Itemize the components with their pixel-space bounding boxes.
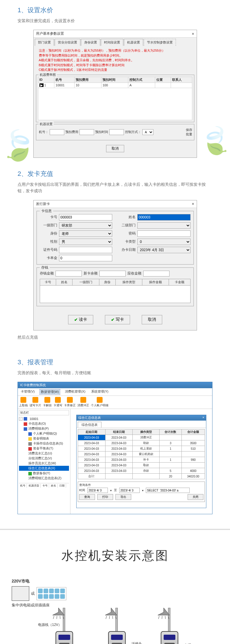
slot-label: 卡槽 (184, 643, 191, 644)
cancel-button[interactable]: 取消 (106, 145, 124, 152)
date-from-input[interactable] (87, 488, 108, 493)
settings-tab[interactable]: 时间段设置 (101, 39, 123, 46)
tree-item[interactable]: 卡操作综合信息表(S) (19, 441, 69, 446)
card-no-input[interactable] (59, 214, 112, 220)
supply-caption: 集中供电箱或排插插座 (12, 603, 218, 608)
tree-item[interactable]: 消费明细表(P) (19, 426, 69, 431)
name-input[interactable] (137, 214, 191, 220)
gender-select[interactable]: 男 (59, 239, 112, 245)
shower-icon (102, 608, 120, 621)
print-button[interactable]: 打印 (97, 494, 113, 500)
svg-line-6 (113, 616, 113, 619)
sub-tab[interactable]: 综合信息表 (78, 422, 101, 428)
batch-label[interactable]: 批量 (186, 132, 192, 136)
svg-line-8 (158, 616, 159, 619)
power-box-icon (12, 586, 29, 601)
tree-item[interactable]: 消费明细汇总信息表(Z) (19, 476, 69, 481)
close-button[interactable]: 关闭 (188, 494, 203, 500)
menu-item[interactable]: 数据管理(W) (39, 389, 60, 395)
close-icon[interactable]: × (192, 32, 194, 36)
subwin-title: 综合汇总信息表 (78, 416, 101, 420)
export-button[interactable]: 导出 (115, 494, 131, 500)
card-info-legend: 卡信息 (40, 209, 53, 214)
water-controller-icon (161, 631, 178, 644)
svg-line-7 (115, 616, 116, 619)
dept1-select[interactable]: 研发部 (59, 222, 112, 229)
tree-item[interactable]: 资金明细表 (19, 436, 69, 441)
settings-tab[interactable]: 部门设置 (35, 39, 54, 46)
password-input[interactable] (137, 230, 191, 237)
toolbar-item[interactable]: 卡通写 (53, 397, 62, 407)
tree-item[interactable]: 综合汇总信息表(X) (19, 466, 69, 471)
report-app-window: IC卡收费控制系统 卡管理(V)数据管理(W)消费机管理(X)系统管理(Y) 上… (18, 382, 212, 514)
save-label[interactable]: 保存 (186, 128, 192, 132)
toolbar-item[interactable]: 个人帐户明细 (91, 397, 108, 407)
svg-line-11 (168, 616, 169, 619)
power-label: 220V市电 (12, 579, 30, 583)
section1-sub: 安装和注册完成后，先设置水价 (18, 18, 212, 24)
menu-item[interactable]: 卡管理(V) (20, 389, 36, 395)
query-button[interactable]: 查询 (79, 494, 95, 500)
menu-item[interactable]: 消费机管理(X) (64, 389, 87, 395)
menu-item[interactable]: 系统管理(Y) (90, 389, 110, 395)
date-select[interactable]: 2023年 4月 3日 (137, 247, 191, 253)
svg-line-5 (109, 616, 110, 619)
ctrl-select[interactable]: A (142, 129, 153, 135)
card-dialog: 发行新卡 × 卡信息 卡号 姓名 一级部门研发部 二级部门 身份老师 密码 性别… (33, 200, 197, 330)
svg-line-1 (57, 616, 57, 619)
toolbar-item[interactable]: 卡库修正 (64, 397, 76, 407)
dialog2-title: 发行新卡 (36, 202, 50, 206)
principal-input[interactable] (59, 255, 112, 261)
tree-item[interactable]: 消费流水汇总(U) (19, 451, 69, 456)
shower-icon (155, 608, 172, 621)
dept2-select[interactable] (137, 222, 191, 229)
settings-tab[interactable]: 机器设置 (124, 39, 143, 46)
read-card-button[interactable]: ✔读卡 (68, 315, 93, 324)
install-title: 水控机安装示意图 (12, 547, 218, 564)
close-icon[interactable]: × (203, 416, 204, 420)
section2-title: 2、发卡充值 (18, 169, 212, 178)
tree-item[interactable]: 资金平衡表(T) (19, 446, 69, 451)
toolbar-item[interactable]: 上取钱 (19, 397, 28, 407)
tree-item[interactable]: 个人帐户明细(Q) (19, 431, 69, 436)
due-amt-input[interactable] (143, 271, 170, 276)
svg-line-0 (53, 616, 54, 619)
machine-no-input[interactable] (50, 129, 64, 135)
tree-item[interactable]: 分组消费汇总(V) (19, 456, 69, 461)
machine-form: 机号： 预扣费用 预扣时间 控制方式：A 保存 批量 (38, 126, 192, 138)
identity-select[interactable]: 老师 (59, 230, 112, 237)
toolbar-item[interactable]: 卡解挂 (43, 397, 52, 407)
toolbar-item[interactable]: 读写卡片 (30, 397, 41, 407)
sql-input[interactable] (146, 488, 190, 493)
cert-input[interactable] (59, 247, 112, 253)
write-card-button[interactable]: ✔写卡 (105, 315, 130, 324)
svg-line-4 (106, 616, 107, 619)
tree-item[interactable]: 数据备份(Y) (19, 471, 69, 476)
power-line-label: 电源线（12V） (38, 622, 62, 627)
tree-item[interactable]: 卡信息表(O) (19, 421, 69, 426)
water-controller-icon (108, 631, 126, 644)
settings-tab[interactable]: 节水控制参数设置 (144, 39, 176, 46)
deposit-legend: 存钱 (40, 265, 50, 270)
section1-title: 1、设置水价 (18, 6, 212, 15)
date-to-input[interactable] (119, 488, 140, 493)
status-tab: 状态栏 (19, 410, 69, 415)
group2-label: 机器设置 (39, 122, 54, 126)
section3-title: 3、报表管理 (18, 358, 212, 367)
tree-item[interactable]: 操作员流水汇总(W) (19, 461, 69, 466)
pretime-input[interactable] (109, 129, 124, 135)
cancel-button[interactable]: 取消 (142, 315, 162, 324)
rate-table: ID机号预扣费用预扣时间控制方式位置联系人 ▶ 11000110100A (38, 77, 192, 88)
cardtype-select[interactable]: 0 (137, 239, 191, 245)
prefee-input[interactable] (79, 129, 94, 135)
new-balance-input[interactable] (99, 271, 126, 276)
svg-line-9 (162, 616, 162, 619)
toolbar-item[interactable]: 消费冲正 (77, 397, 89, 407)
app-title: IC卡收费控制系统 (18, 382, 212, 388)
settings-tab[interactable]: 营业分组设置 (55, 39, 80, 46)
close-icon[interactable]: × (192, 202, 194, 206)
after-text: 然后点充值 (18, 334, 212, 340)
deposit-amt-input[interactable] (56, 271, 82, 276)
svg-line-10 (165, 616, 165, 619)
settings-tab[interactable]: 身份设置 (81, 39, 100, 46)
